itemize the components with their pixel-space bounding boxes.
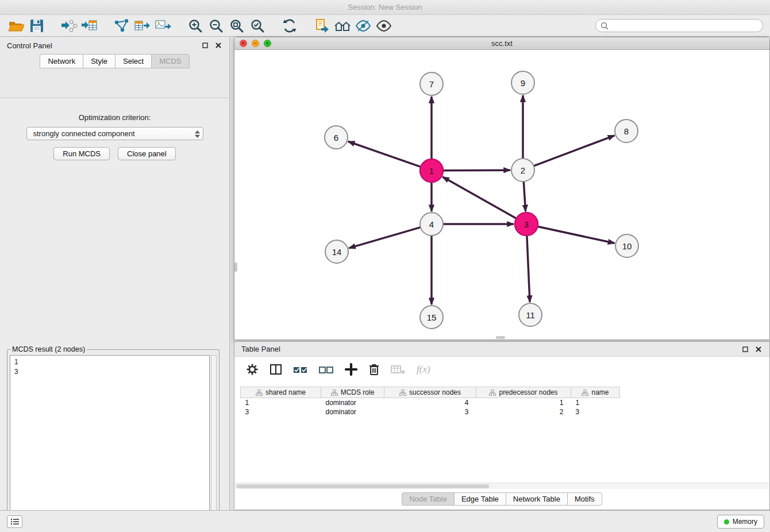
result-scrollbar[interactable]: [211, 355, 217, 532]
zoom-in-icon: [188, 18, 203, 33]
mcds-tab-content: Optimization criterion: strongly connect…: [0, 98, 229, 510]
node-14[interactable]: 14: [325, 240, 348, 263]
edge-1-6[interactable]: [348, 141, 421, 167]
scroll-thumb[interactable]: [236, 484, 489, 488]
network-window-titlebar: scc.txt: [234, 37, 769, 50]
export-image-button[interactable]: [153, 17, 174, 35]
zoom-window-button[interactable]: [264, 40, 271, 47]
show-columns-button[interactable]: [270, 364, 282, 375]
delete-rows-button[interactable]: [368, 363, 380, 376]
float-table-panel-button[interactable]: [741, 345, 749, 353]
node-10[interactable]: 10: [615, 234, 638, 257]
tab-network[interactable]: Network: [40, 54, 83, 68]
zoom-fit-button[interactable]: [226, 17, 247, 35]
column-header-name[interactable]: name: [571, 387, 620, 398]
column-header-predecessor-nodes[interactable]: predecessor nodes: [476, 387, 571, 398]
svg-text:4: 4: [429, 219, 434, 229]
save-session-button[interactable]: [26, 17, 47, 35]
float-panel-button[interactable]: [201, 41, 209, 49]
tab-edge-table[interactable]: Edge Table: [454, 492, 506, 506]
node-4[interactable]: 4: [420, 213, 443, 236]
table-cell[interactable]: 1: [241, 398, 321, 408]
deselect-all-button[interactable]: [319, 364, 334, 375]
close-icon: [756, 346, 761, 352]
close-window-button[interactable]: [240, 40, 247, 47]
zoom-in-button[interactable]: [185, 17, 206, 35]
edge-2-8[interactable]: [534, 136, 615, 166]
copy-view-button[interactable]: [311, 17, 332, 35]
table-cell[interactable]: 4: [384, 398, 476, 408]
close-control-panel-button[interactable]: [214, 41, 222, 49]
task-history-button[interactable]: [7, 515, 22, 528]
style-visibility-button[interactable]: [353, 17, 374, 35]
node-7[interactable]: 7: [420, 72, 443, 95]
tab-style[interactable]: Style: [83, 54, 115, 68]
node-table-body: 1dominator4113dominator323: [241, 398, 620, 417]
edge-4-14[interactable]: [349, 228, 421, 248]
close-table-panel-button[interactable]: [754, 345, 763, 353]
run-mcds-button[interactable]: Run MCDS: [53, 147, 110, 160]
import-network-button[interactable]: [59, 17, 79, 35]
minimize-window-button[interactable]: [252, 40, 259, 47]
tab-network-table[interactable]: Network Table: [506, 492, 567, 506]
horizontal-scroll-thumb[interactable]: [496, 336, 505, 339]
table-row[interactable]: 3dominator323: [241, 407, 620, 417]
plus-icon: [345, 363, 357, 376]
table-cell[interactable]: dominator: [321, 398, 384, 408]
search-input[interactable]: [612, 22, 758, 30]
control-panel-header: Control Panel: [0, 37, 229, 54]
svg-text:1: 1: [429, 166, 434, 176]
node-8[interactable]: 8: [615, 119, 638, 142]
show-graphics-button[interactable]: [374, 17, 394, 35]
memory-button[interactable]: Memory: [717, 515, 764, 529]
table-row[interactable]: 1dominator411: [241, 398, 620, 408]
open-session-button[interactable]: [6, 17, 26, 35]
table-cell[interactable]: 1: [571, 398, 620, 408]
close-panel-button[interactable]: Close panel: [118, 147, 176, 160]
column-header-successor-nodes[interactable]: successor nodes: [384, 387, 476, 398]
node-3[interactable]: 3: [515, 213, 538, 236]
edge-2-3[interactable]: [523, 182, 525, 211]
node-9[interactable]: 9: [511, 71, 534, 94]
table-horizontal-scrollbar[interactable]: [235, 483, 769, 489]
node-1[interactable]: 1: [420, 159, 443, 182]
table-settings-button[interactable]: [246, 363, 259, 376]
delete-column-button[interactable]: [391, 364, 406, 375]
edge-1-2[interactable]: [443, 170, 510, 171]
edge-3-1[interactable]: [442, 177, 516, 218]
network-canvas[interactable]: 7968124314101511: [234, 50, 769, 339]
refresh-button[interactable]: [279, 17, 300, 35]
column-header-shared-name[interactable]: shared name: [241, 387, 321, 398]
table-cell[interactable]: 3: [571, 407, 620, 417]
edge-3-10[interactable]: [538, 226, 615, 243]
tab-motifs[interactable]: Motifs: [567, 492, 602, 506]
import-table-button[interactable]: [79, 17, 100, 35]
vertical-scroll-thumb[interactable]: [234, 263, 237, 272]
node-15[interactable]: 15: [420, 306, 443, 329]
table-cell[interactable]: 3: [241, 407, 321, 417]
window-title: Session: New Session: [348, 3, 422, 11]
node-table: shared name MCDS role successor nodes pr…: [240, 387, 620, 417]
table-cell[interactable]: dominator: [321, 407, 384, 417]
node-2[interactable]: 2: [511, 159, 534, 182]
column-header-mcds-role[interactable]: MCDS role: [321, 387, 384, 398]
table-cell[interactable]: 2: [476, 407, 571, 417]
edge-3-11[interactable]: [527, 236, 530, 302]
node-11[interactable]: 11: [519, 303, 542, 326]
optimization-dropdown[interactable]: strongly connected component: [26, 127, 203, 140]
tab-node-table[interactable]: Node Table: [402, 492, 454, 506]
add-column-button[interactable]: [345, 363, 357, 376]
tab-mcds[interactable]: MCDS: [151, 54, 189, 68]
function-builder-button[interactable]: f(x): [417, 364, 430, 375]
window-titlebar: Session: New Session: [0, 0, 770, 15]
node-6[interactable]: 6: [325, 126, 348, 149]
zoom-selected-button[interactable]: [247, 17, 268, 35]
table-cell[interactable]: 1: [476, 398, 571, 408]
zoom-out-button[interactable]: [206, 17, 226, 35]
network-tools-button[interactable]: [111, 17, 132, 35]
tab-select[interactable]: Select: [115, 54, 151, 68]
table-cell[interactable]: 3: [384, 407, 476, 417]
export-table-button[interactable]: [132, 17, 153, 35]
select-all-button[interactable]: [293, 364, 308, 375]
ndex-button[interactable]: [332, 17, 353, 35]
